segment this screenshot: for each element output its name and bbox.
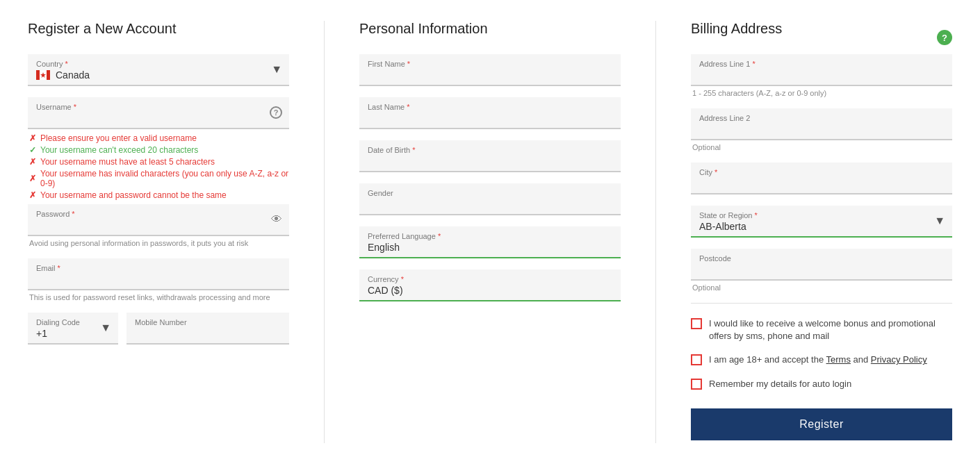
dialing-code-value: +1 bbox=[36, 328, 47, 339]
state-dropdown-arrow-icon[interactable]: ▼ bbox=[934, 215, 945, 227]
last-name-field-wrapper: Last Name * bbox=[359, 97, 621, 129]
error-icon: ✗ bbox=[29, 190, 36, 200]
state-label: State or Region * bbox=[699, 211, 944, 219]
state-field-group: State or Region * ▼ bbox=[691, 206, 952, 238]
city-input[interactable] bbox=[699, 178, 944, 189]
dialing-code-field-wrapper[interactable]: Dialing Code +1 ▼ bbox=[28, 313, 118, 345]
email-field-group: Email * This is used for password reset … bbox=[28, 258, 289, 301]
validation-item: ✗ Your username must have at least 5 cha… bbox=[29, 157, 289, 167]
last-name-field-group: Last Name * bbox=[359, 97, 621, 129]
address2-field-group: Address Line 2 Optional bbox=[691, 108, 952, 151]
privacy-policy-link[interactable]: Privacy Policy bbox=[871, 354, 927, 365]
middle-section-title: Personal Information bbox=[359, 21, 621, 37]
checkbox-promo-item: I would like to receive a welcome bonus … bbox=[691, 317, 952, 342]
first-name-field-group: First Name * bbox=[359, 54, 621, 86]
postcode-field-wrapper: Postcode bbox=[691, 249, 952, 281]
city-label: City * bbox=[699, 168, 944, 176]
country-value-row: Canada bbox=[36, 69, 281, 81]
postcode-input[interactable] bbox=[699, 264, 944, 275]
validation-item: ✗ Your username and password cannot be t… bbox=[29, 190, 289, 200]
email-field-wrapper: Email * bbox=[28, 258, 289, 290]
preferred-language-field-group: Preferred Language * bbox=[359, 226, 621, 258]
username-label: Username * bbox=[36, 103, 281, 111]
password-field-group: Password * 👁 Avoid using personal inform… bbox=[28, 204, 289, 247]
dialing-code-dropdown-arrow-icon[interactable]: ▼ bbox=[100, 322, 111, 334]
currency-field-group: Currency * bbox=[359, 270, 621, 301]
postcode-field-group: Postcode Optional bbox=[691, 249, 952, 292]
dialing-code-group: Dialing Code +1 ▼ bbox=[28, 313, 118, 345]
address1-field-wrapper: Address Line 1 * bbox=[691, 54, 952, 86]
username-help-icon[interactable]: ? bbox=[270, 106, 282, 119]
right-section-title: Billing Address bbox=[691, 21, 782, 37]
address2-field-wrapper: Address Line 2 bbox=[691, 108, 952, 140]
dob-input[interactable] bbox=[368, 156, 612, 167]
gender-label: Gender bbox=[368, 189, 612, 197]
currency-field-wrapper: Currency * bbox=[359, 270, 621, 301]
checkbox-autologin-label: Remember my details for auto login bbox=[709, 378, 851, 390]
register-button[interactable]: Register bbox=[691, 408, 952, 440]
left-section-title: Register a New Account bbox=[28, 21, 289, 37]
postcode-label: Postcode bbox=[699, 254, 944, 263]
billing-divider bbox=[691, 303, 952, 304]
svg-rect-2 bbox=[47, 70, 50, 80]
postcode-hint: Optional bbox=[691, 283, 952, 292]
middle-right-divider bbox=[655, 21, 656, 443]
checkbox-group: I would like to receive a welcome bonus … bbox=[691, 317, 952, 390]
mobile-input[interactable] bbox=[135, 328, 281, 339]
preferred-language-label: Preferred Language * bbox=[368, 232, 612, 240]
address2-input[interactable] bbox=[699, 124, 944, 135]
city-field-group: City * bbox=[691, 163, 952, 194]
username-validation-list: ✗ Please ensure you enter a valid userna… bbox=[28, 133, 289, 200]
validation-item: ✗ Your username has invalid characters (… bbox=[29, 169, 289, 188]
password-field-wrapper: Password * 👁 bbox=[28, 204, 289, 236]
dob-label: Date of Birth * bbox=[368, 146, 612, 154]
error-icon: ✗ bbox=[29, 133, 36, 143]
password-toggle-eye-icon[interactable]: 👁 bbox=[271, 213, 282, 226]
first-name-label: First Name * bbox=[368, 60, 612, 68]
email-label: Email * bbox=[36, 264, 281, 272]
checkbox-autologin[interactable] bbox=[691, 379, 702, 390]
first-name-input[interactable] bbox=[368, 69, 612, 81]
canada-flag-icon bbox=[36, 70, 50, 80]
country-dropdown-arrow-icon[interactable]: ▼ bbox=[271, 63, 282, 76]
mobile-field-wrapper: Mobile Number bbox=[126, 313, 289, 345]
email-input[interactable] bbox=[36, 274, 281, 285]
address1-hint: 1 - 255 characters (A-Z, a-z or 0-9 only… bbox=[691, 89, 952, 97]
username-input[interactable] bbox=[36, 113, 281, 124]
username-field-wrapper: Username * ? bbox=[28, 97, 289, 129]
city-field-wrapper: City * bbox=[691, 163, 952, 194]
country-field-wrapper[interactable]: Country * Canada ▼ bbox=[28, 54, 289, 86]
right-section: Billing Address ? Address Line 1 * 1 - 2… bbox=[691, 21, 952, 443]
last-name-label: Last Name * bbox=[368, 103, 612, 111]
phone-row: Dialing Code +1 ▼ Mobile Number bbox=[28, 313, 289, 345]
terms-link[interactable]: Terms bbox=[826, 354, 851, 365]
mobile-field-group: Mobile Number bbox=[126, 313, 289, 345]
gender-field-wrapper: Gender bbox=[359, 183, 621, 215]
address2-hint: Optional bbox=[691, 143, 952, 151]
currency-label: Currency * bbox=[368, 275, 612, 283]
dob-field-group: Date of Birth * bbox=[359, 140, 621, 172]
billing-title-row: Billing Address ? bbox=[691, 21, 952, 54]
dob-field-wrapper: Date of Birth * bbox=[359, 140, 621, 172]
checkbox-promo[interactable] bbox=[691, 318, 702, 329]
checkbox-promo-label: I would like to receive a welcome bonus … bbox=[709, 317, 952, 342]
country-value-text: Canada bbox=[56, 69, 90, 81]
preferred-language-input[interactable] bbox=[368, 242, 612, 253]
country-label: Country * bbox=[36, 60, 281, 68]
address1-field-group: Address Line 1 * 1 - 255 characters (A-Z… bbox=[691, 54, 952, 97]
gender-input[interactable] bbox=[368, 199, 612, 210]
last-name-input[interactable] bbox=[368, 113, 612, 124]
gender-field-group: Gender bbox=[359, 183, 621, 215]
success-icon: ✓ bbox=[29, 145, 36, 155]
first-name-field-wrapper: First Name * bbox=[359, 54, 621, 86]
checkbox-age[interactable] bbox=[691, 354, 702, 365]
address1-input[interactable] bbox=[699, 69, 944, 81]
validation-item: ✗ Please ensure you enter a valid userna… bbox=[29, 133, 289, 143]
state-input[interactable] bbox=[699, 221, 944, 232]
error-icon: ✗ bbox=[29, 157, 36, 167]
password-input[interactable] bbox=[36, 219, 281, 231]
svg-rect-0 bbox=[36, 70, 40, 80]
billing-help-icon[interactable]: ? bbox=[937, 30, 952, 45]
currency-input[interactable] bbox=[368, 285, 612, 296]
left-section: Register a New Account Country * Canada … bbox=[28, 21, 289, 443]
